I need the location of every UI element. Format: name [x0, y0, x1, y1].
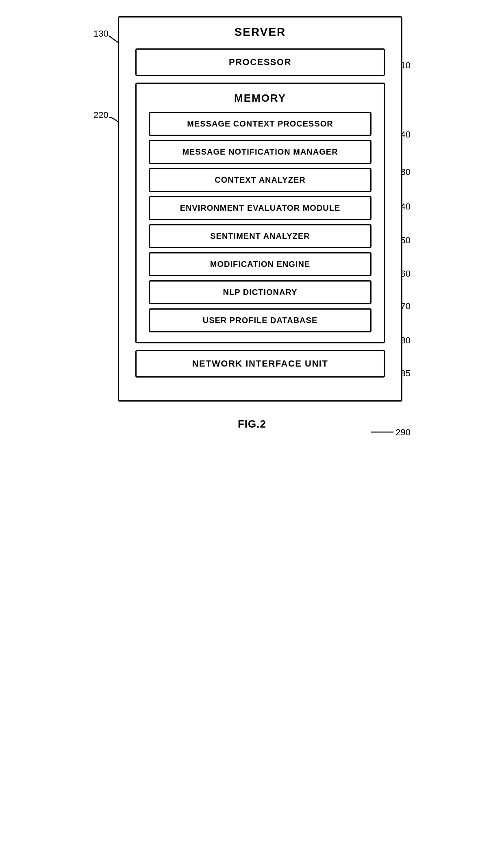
- figure-label: FIG.2: [238, 418, 266, 430]
- diagram-wrapper: 130 220 210 140 230 240 250 260 270 280 …: [93, 16, 411, 402]
- nlp-dictionary: NLP DICTIONARY: [149, 280, 371, 304]
- server-box: SERVER PROCESSOR MEMORY MESSAGE CONTEXT …: [118, 16, 402, 402]
- ref-220: 220: [93, 110, 109, 120]
- message-notification-manager: MESSAGE NOTIFICATION MANAGER: [149, 140, 371, 164]
- message-context-processor: MESSAGE CONTEXT PROCESSOR: [149, 112, 371, 136]
- ref-130: 130: [93, 28, 109, 39]
- modification-engine: MODIFICATION ENGINE: [149, 252, 371, 276]
- context-analyzer: CONTEXT ANALYZER: [149, 168, 371, 192]
- user-profile-database: USER PROFILE DATABASE: [149, 308, 371, 332]
- memory-box: MEMORY MESSAGE CONTEXT PROCESSOR MESSAGE…: [135, 83, 385, 343]
- network-interface-unit: NETWORK INTERFACE UNIT: [135, 350, 385, 378]
- memory-title: MEMORY: [149, 92, 371, 105]
- ref-290: 290: [395, 427, 411, 438]
- processor-box: PROCESSOR: [135, 48, 385, 76]
- environment-evaluator-module: ENVIRONMENT EVALUATOR MODULE: [149, 196, 371, 220]
- sentiment-analyzer: SENTIMENT ANALYZER: [149, 224, 371, 248]
- server-title: SERVER: [135, 26, 385, 39]
